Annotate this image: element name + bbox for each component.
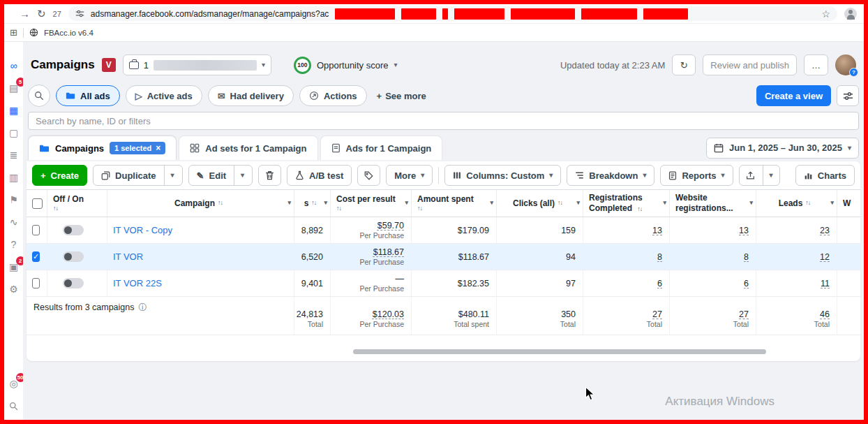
settings-icon[interactable]: ⚙ [7,282,21,296]
cost-value[interactable]: $118.67 [373,247,404,257]
counter-icon[interactable]: ◎50 [7,377,21,390]
ab-test-button[interactable]: A/B test [287,165,352,186]
website-value[interactable]: 13 [739,226,749,235]
column-filter-caret[interactable]: ▾ [324,199,327,207]
flags-icon[interactable]: ⚑ [7,193,21,207]
columns-button[interactable]: Columns: Custom ▾ [444,165,561,186]
column-filter-caret[interactable]: ▾ [490,199,493,207]
row-checkbox[interactable]: ✓ [32,251,40,262]
leads-value[interactable]: 12 [820,252,830,262]
column-amount-spent[interactable]: Amount spent ↑↓ ▾ [412,190,497,217]
avatar[interactable]: ? [835,54,856,75]
tab-adsets[interactable]: Ad sets for 1 Campaign [179,136,317,160]
tab-campaigns[interactable]: Campaigns 1 selected × [28,136,177,160]
column-campaign[interactable]: Campaign ↑↓ ▾ [107,190,294,217]
refresh-button[interactable]: ↻ [672,54,696,75]
view-settings-button[interactable] [837,85,859,106]
column-filter-caret[interactable]: ▾ [663,199,666,207]
leads-value[interactable]: 11 [821,279,830,288]
campaign-link[interactable]: IT VOR [113,251,143,262]
registrations-value[interactable]: 8 [657,252,662,262]
leads-value[interactable]: 23 [820,226,830,235]
website-value[interactable]: 8 [744,252,749,262]
chevron-down-icon[interactable]: ▾ [394,61,398,68]
cost-value[interactable]: $59.70 [377,221,404,231]
column-website-registrations[interactable]: Website registrations... ▾ [670,190,756,217]
filter-actions[interactable]: Actions [299,85,367,106]
select-all-checkbox[interactable] [32,198,43,209]
horizontal-scrollbar[interactable] [353,349,766,354]
see-more-button[interactable]: + See more [373,91,431,101]
column-clicks[interactable]: Clicks (all) ↑↓ ▾ [497,190,583,217]
column-filter-caret[interactable]: ▾ [405,199,408,207]
notifications-icon[interactable]: ▤5 [7,81,21,95]
apps-grid-icon[interactable]: ⊞ [10,27,17,38]
browser-profile-icon[interactable] [844,8,857,20]
url-bar[interactable]: adsmanager.facebook.com/adsmanager/manag… [68,6,837,21]
search-sidebar-icon[interactable] [7,399,21,413]
duplicate-button[interactable]: Duplicate ▾ [93,165,183,186]
tag-button[interactable] [357,165,380,186]
site-info-icon[interactable] [75,9,84,18]
website-value[interactable]: 6 [744,279,749,288]
registrations-value[interactable]: 13 [652,226,662,235]
column-results-partial[interactable]: s ↑↓ ▾ [294,190,331,217]
column-filter-caret[interactable]: ▾ [287,199,291,207]
toggle-knob [64,279,72,287]
chevron-down-icon[interactable]: ▾ [770,172,773,179]
column-off-on[interactable]: Off / On ↑↓ [47,190,107,217]
campaign-link[interactable]: IT VOR 22S [113,278,162,288]
column-cost-per-result[interactable]: Cost per result ↑↓ ▾ [331,190,412,217]
search-filter-button[interactable] [28,85,50,107]
create-button[interactable]: + Create [32,165,87,186]
review-publish-button[interactable]: Review and publish [703,54,797,75]
export-button[interactable]: ▾ [739,165,780,186]
column-filter-caret[interactable]: ▾ [749,199,753,207]
create-view-button[interactable]: Create a view [756,85,831,106]
cost-cell: $118.67 Per Purchase [331,244,412,270]
filter-all-ads[interactable]: All ads [56,85,120,106]
column-leads[interactable]: Leads ↑↓ ▾ [756,190,837,217]
ads-manager-icon[interactable]: ▦ [7,103,21,117]
registrations-value[interactable]: 6 [657,279,662,288]
row-checkbox[interactable] [32,278,40,288]
inbox-icon[interactable]: ▣2 [7,260,21,274]
bookmark-star-icon[interactable]: ☆ [821,8,830,20]
lists-icon[interactable]: ≣ [7,148,21,162]
pages-icon[interactable]: ▢ [7,126,21,140]
ellipsis-icon: … [811,60,821,71]
edit-button[interactable]: ✎ Edit ▾ [188,165,253,186]
clear-selection-button[interactable]: × [156,144,160,152]
assets-icon[interactable]: ▥ [7,170,21,184]
help-icon[interactable]: ? [7,237,21,251]
chevron-down-icon[interactable]: ▾ [241,172,244,179]
filter-active-ads[interactable]: ▷ Active ads [126,85,202,106]
date-range-picker[interactable]: Jun 1, 2025 – Jun 30, 2025 ▾ [706,138,859,159]
breakdown-button[interactable]: Breakdown ▾ [567,165,654,186]
more-button[interactable]: More ▾ [386,165,433,186]
reload-icon[interactable]: ↻ [37,8,46,19]
forward-icon[interactable]: → [20,8,30,19]
campaign-toggle[interactable] [63,251,84,262]
info-icon[interactable]: ⓘ [139,302,147,312]
chevron-down-icon[interactable]: ▾ [262,61,265,68]
opportunity-score[interactable]: 100 Opportunity score ▾ [294,57,398,74]
campaign-link[interactable]: IT VOR - Copy [113,225,172,235]
column-registrations[interactable]: Registrations Completed ↑↓ ▾ [583,190,670,217]
analytics-icon[interactable]: ∿ [7,215,21,229]
tab-ads[interactable]: Ads for 1 Campaign [320,136,443,160]
filter-had-delivery[interactable]: ✉ Had delivery [208,85,294,106]
delete-button[interactable] [258,165,281,186]
reports-button[interactable]: Reports ▾ [660,165,733,186]
column-filter-caret[interactable]: ▾ [830,199,834,207]
chevron-down-icon[interactable]: ▾ [171,172,174,179]
column-filter-caret[interactable]: ▾ [576,199,580,207]
charts-button[interactable]: Charts [795,165,855,186]
row-checkbox[interactable] [32,225,40,235]
campaign-toggle[interactable] [63,278,84,288]
campaign-toggle[interactable] [63,225,84,235]
account-selector[interactable]: 1 ▾ [123,54,271,75]
more-options-button[interactable]: … [804,54,828,75]
meta-icon[interactable]: ∞ [7,59,21,73]
search-input[interactable] [28,112,859,130]
